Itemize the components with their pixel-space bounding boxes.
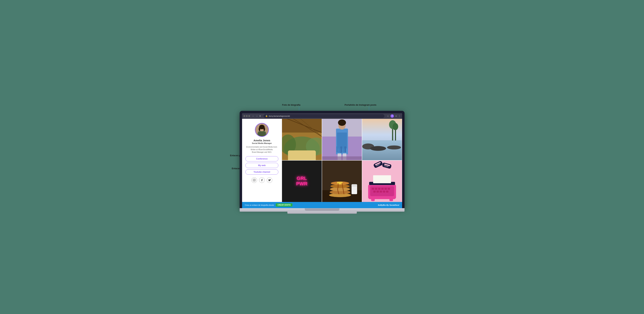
browser-back-btn[interactable]: ← [252, 115, 254, 117]
crear-gratis-button[interactable]: CREAR GRATIS [276, 203, 292, 207]
svg-point-35 [370, 146, 386, 151]
browser-more-icon[interactable]: ⋮ [398, 115, 401, 117]
ig-post-5[interactable] [322, 160, 362, 202]
browser-content: Amelia Jones Social Media Manager Enviro… [242, 119, 402, 202]
url-text: itsmy.bio/ameliajonesmkt [269, 115, 290, 117]
svg-rect-75 [371, 198, 375, 201]
myweb-link-btn[interactable]: My web [246, 163, 278, 168]
svg-rect-66 [388, 188, 390, 190]
address-bar[interactable]: 🔒 itsmy.bio/ameliajonesmkt [264, 114, 384, 118]
laptop-foot [288, 212, 357, 214]
laptop-base [240, 208, 404, 212]
profile-avatar [255, 123, 269, 137]
browser-avatar[interactable]: A [390, 114, 394, 118]
svg-rect-67 [373, 190, 376, 192]
svg-rect-65 [384, 188, 387, 190]
svg-rect-24 [340, 146, 342, 153]
svg-point-8 [255, 179, 255, 179]
ig-post-4[interactable]: GRL PWR [282, 160, 322, 202]
ig-post-6[interactable]: WHITE BRAND [362, 160, 402, 202]
svg-rect-23 [338, 147, 340, 152]
svg-rect-31 [322, 156, 362, 160]
social-icons-row [252, 177, 272, 183]
browser-close-btn[interactable] [244, 115, 245, 117]
profile-title: Social Media Manager [252, 142, 272, 144]
svg-rect-10 [282, 119, 322, 133]
svg-rect-69 [380, 190, 382, 192]
portafolio-label: Portafolio de Instagram posts [345, 104, 376, 106]
svg-rect-74 [373, 175, 391, 183]
profile-bio: Environmentalist and Social Media lover.… [246, 146, 278, 154]
youtube-link-btn[interactable]: Youtube channel [246, 169, 278, 174]
conference-link-btn[interactable]: Conference [246, 156, 278, 161]
svg-rect-76 [390, 198, 393, 201]
svg-point-28 [338, 119, 346, 126]
browser-maximize-btn[interactable] [248, 115, 250, 117]
promo-text: Crea un enlace de biografía desde [245, 204, 274, 206]
svg-rect-62 [375, 188, 378, 190]
svg-rect-51 [352, 184, 357, 186]
ig-post-3[interactable] [362, 119, 402, 160]
ig-post-2[interactable] [322, 119, 362, 160]
svg-rect-64 [381, 188, 384, 190]
instagram-grid: GRL PWR [282, 119, 402, 202]
ig-post-1[interactable] [282, 119, 322, 160]
browser-toolbar: ← → ✕ 🔒 itsmy.bio/ameliajonesmkt ☆ A ≡ ⋮ [242, 113, 402, 119]
svg-rect-70 [383, 190, 385, 192]
foto-biografia-label: Foto de biografía [282, 104, 300, 106]
svg-point-36 [387, 145, 401, 149]
svg-rect-21 [337, 133, 347, 149]
brand-text: ItsMyBio By SocialGest [378, 204, 399, 206]
browser-forward-btn[interactable]: → [256, 115, 258, 117]
profile-panel: Amelia Jones Social Media Manager Enviro… [242, 119, 282, 202]
svg-rect-6 [253, 179, 255, 181]
svg-rect-71 [386, 190, 388, 192]
browser-minimize-btn[interactable] [246, 115, 248, 117]
bookmark-icon[interactable]: ☆ [387, 115, 389, 117]
bottom-promo-bar: Crea un enlace de biografía desde CREAR … [242, 202, 402, 208]
svg-point-7 [254, 180, 254, 180]
laptop-stand [305, 208, 340, 211]
browser-menu-icon[interactable]: ≡ [395, 115, 397, 117]
svg-point-5 [264, 127, 265, 131]
browser-close-x-btn[interactable]: ✕ [259, 115, 261, 117]
svg-rect-61 [372, 188, 374, 190]
grl-pwr-text: GRL PWR [296, 176, 307, 186]
instagram-icon[interactable] [252, 177, 257, 183]
svg-point-41 [393, 123, 398, 130]
svg-rect-63 [378, 188, 380, 190]
profile-name: Amelia Jones [254, 139, 270, 142]
svg-rect-25 [342, 147, 344, 153]
svg-rect-26 [344, 146, 346, 152]
svg-rect-68 [376, 190, 379, 192]
facebook-icon[interactable] [259, 177, 265, 183]
svg-rect-17 [288, 150, 316, 160]
twitter-icon[interactable] [267, 177, 272, 183]
svg-rect-22 [336, 146, 338, 152]
svg-point-4 [259, 127, 260, 131]
